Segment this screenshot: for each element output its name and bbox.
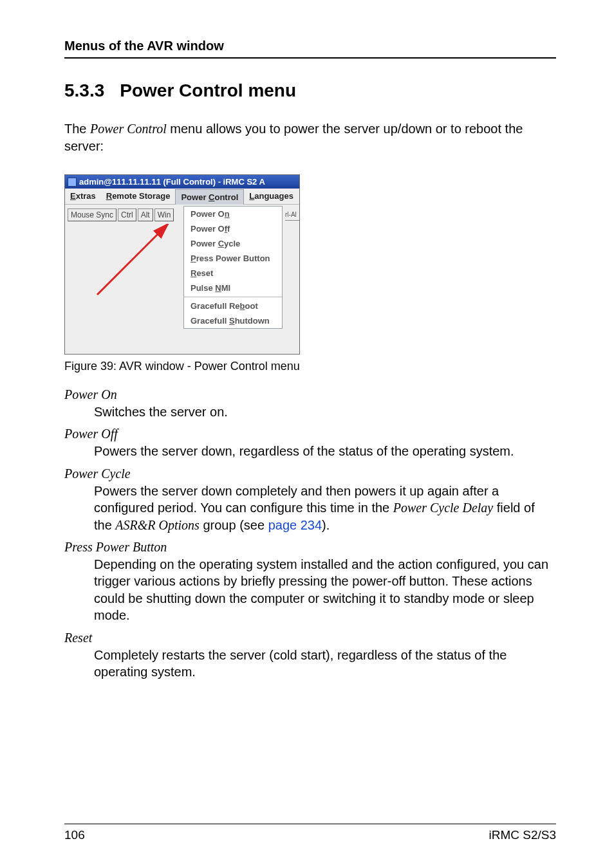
- term-power-off: Power Off: [64, 427, 556, 441]
- svg-line-0: [97, 224, 168, 295]
- term-press-power-button: Press Power Button: [64, 540, 556, 555]
- menu-extras-rest: xtras: [76, 191, 96, 201]
- dd-power-cycle[interactable]: Power Cycle: [184, 236, 282, 251]
- menu-power-control[interactable]: Power Control: [175, 189, 244, 205]
- toolbar-row: Mouse SyncCtrlAltWin Power On Power Off …: [65, 205, 299, 354]
- dd-press-power-button[interactable]: Press Power Button: [184, 251, 282, 266]
- intro-em: Power Control: [90, 122, 167, 136]
- dd-greb-post: oot: [245, 301, 258, 311]
- definition-list: Power On Switches the server on. Power O…: [64, 387, 556, 680]
- page-number: 106: [64, 828, 85, 842]
- dd-gshut-u: S: [229, 316, 235, 326]
- menu-power-pre: Power: [181, 192, 209, 202]
- dd-cycle-u: C: [218, 239, 224, 248]
- figure-caption: Figure 39: AVR window - Power Control me…: [64, 360, 556, 373]
- intro-paragraph: The Power Control menu allows you to pow…: [64, 120, 556, 155]
- pc-p3: group (see: [200, 518, 268, 532]
- pc-em1: Power Cycle Delay: [393, 501, 494, 515]
- menu-remote-rest: emote Storage: [112, 191, 170, 201]
- dd-on-pre: Power O: [191, 209, 225, 219]
- dd-power-off[interactable]: Power Off: [184, 221, 282, 236]
- menubar: Extras Remote Storage Power Control Lang…: [65, 189, 299, 205]
- avr-window-figure: admin@111.11.11.11 (Full Control) - iRMC…: [64, 174, 300, 355]
- dd-gshut-pre: Gracefull: [191, 316, 229, 326]
- app-icon: [68, 178, 77, 187]
- red-arrow-annotation: [91, 224, 187, 314]
- right-sliver-text: rl-Al: [285, 211, 297, 218]
- desc-power-cycle: Powers the server down completely and th…: [94, 483, 556, 533]
- desc-power-off: Powers the server down, regardless of th…: [94, 443, 556, 459]
- dd-greb-pre: Gracefull Re: [191, 301, 240, 311]
- right-edge-sliver: rl-Al: [285, 205, 299, 221]
- dd-off-post: f: [227, 224, 230, 234]
- dd-cycle-pre: Power: [191, 239, 218, 248]
- dd-on-u: n: [225, 209, 230, 219]
- running-head: Menus of the AVR window: [64, 39, 556, 59]
- term-power-cycle: Power Cycle: [64, 466, 556, 481]
- dropdown-separator: [184, 297, 282, 297]
- section-heading: 5.3.3Power Control menu: [64, 80, 556, 101]
- dd-cycle-post: ycle: [224, 239, 240, 248]
- window-titlebar: admin@111.11.11.11 (Full Control) - iRMC…: [65, 175, 299, 189]
- alt-button[interactable]: Alt: [138, 208, 153, 221]
- dd-gshut-post: hutdown: [235, 316, 270, 326]
- menu-extras-u: E: [70, 191, 76, 201]
- dd-greb-u: b: [240, 301, 245, 311]
- dd-nmi-u: N: [215, 283, 221, 293]
- dd-nmi-pre: Pulse: [191, 283, 215, 293]
- dd-press-u: P: [191, 254, 196, 263]
- menu-remote-u: R: [106, 191, 112, 201]
- toolbar-left: Mouse SyncCtrlAltWin: [65, 205, 183, 354]
- dd-nmi-post: MI: [221, 283, 230, 293]
- pc-em2: ASR&R Options: [115, 518, 200, 532]
- dd-reset-post: eset: [196, 268, 213, 278]
- product-name: iRMC S2/S3: [488, 828, 556, 842]
- desc-power-on: Switches the server on.: [94, 403, 556, 420]
- mouse-sync-button[interactable]: Mouse Sync: [68, 208, 116, 221]
- dd-reset[interactable]: Reset: [184, 266, 282, 281]
- menu-lang-rest: anguages: [254, 191, 293, 201]
- dd-power-on[interactable]: Power On: [184, 207, 282, 221]
- section-number: 5.3.3: [64, 80, 104, 100]
- page: Menus of the AVR window 5.3.3Power Contr…: [0, 0, 614, 868]
- dd-press-post: ress Power Button: [196, 254, 270, 263]
- pc-p4: ).: [322, 518, 330, 532]
- term-power-on: Power On: [64, 387, 556, 402]
- dd-reset-u: R: [191, 268, 196, 278]
- dd-pulse-nmi[interactable]: Pulse NMI: [184, 281, 282, 295]
- menu-languages[interactable]: Languages: [244, 189, 299, 204]
- desc-press-power-button: Depending on the operating system instal…: [94, 556, 556, 624]
- dd-gracefull-shutdown[interactable]: Gracefull Shutdown: [184, 313, 282, 328]
- power-control-dropdown: Power On Power Off Power Cycle Press Pow…: [183, 206, 283, 329]
- intro-pre: The: [64, 122, 90, 136]
- menu-remote-storage[interactable]: Remote Storage: [101, 189, 176, 204]
- link-page-234[interactable]: page 234: [268, 518, 322, 532]
- menu-power-post: ontrol: [214, 192, 238, 202]
- term-reset: Reset: [64, 631, 556, 645]
- win-button[interactable]: Win: [154, 208, 174, 221]
- menu-extras[interactable]: Extras: [65, 189, 101, 204]
- desc-reset: Completely restarts the server (cold sta…: [94, 647, 556, 681]
- page-footer: 106 iRMC S2/S3: [64, 824, 556, 842]
- dd-off-pre: Power O: [191, 224, 225, 234]
- section-title-text: Power Control menu: [120, 80, 296, 100]
- dd-gracefull-reboot[interactable]: Gracefull Reboot: [184, 299, 282, 313]
- window-title: admin@111.11.11.11 (Full Control) - iRMC…: [79, 177, 265, 187]
- ctrl-button[interactable]: Ctrl: [118, 208, 136, 221]
